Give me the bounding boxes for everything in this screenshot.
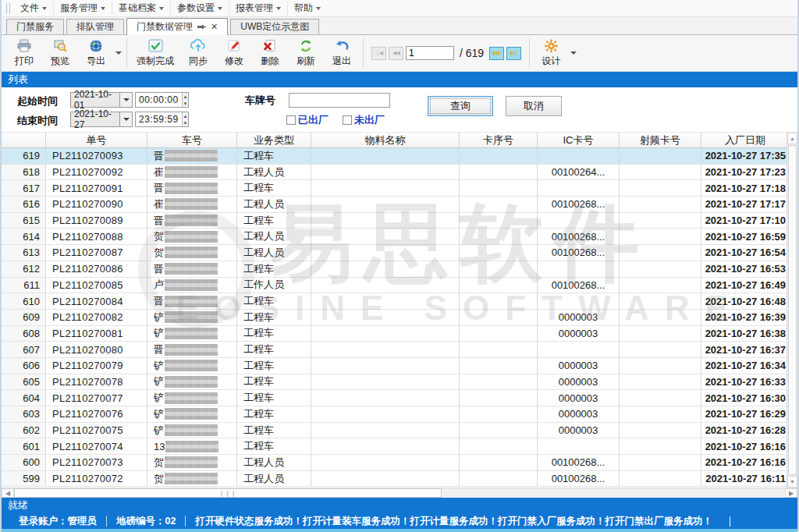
table-row[interactable]: 612 PL2110270086 晋 工程车 2021-10-27 16:53 bbox=[2, 261, 790, 278]
tab-uwb-location-map[interactable]: UWB定位示意图 bbox=[230, 19, 319, 34]
table-row[interactable]: 608 PL2110270081 铲 工程车 0000003 2021-10-2… bbox=[2, 326, 790, 342]
horizontal-scrollbar[interactable]: ◀ ❘❘❘ ▶ bbox=[2, 488, 797, 498]
redacted-plate-mosaic bbox=[165, 150, 218, 161]
col-header-entry-date[interactable]: 入厂日期 bbox=[701, 133, 790, 148]
col-header-ic-card[interactable]: IC卡号 bbox=[538, 133, 620, 148]
scroll-left-icon[interactable]: ◀ bbox=[2, 488, 14, 498]
row-number-cell: 602 bbox=[2, 423, 46, 439]
col-header-type[interactable]: 业务类型 bbox=[237, 133, 311, 148]
material-cell bbox=[311, 180, 460, 197]
col-header-card-serial[interactable]: 卡序号 bbox=[460, 133, 538, 148]
close-icon[interactable]: ✕ bbox=[211, 23, 218, 31]
export-dropdown[interactable] bbox=[114, 37, 123, 69]
spinner-arrows-icon[interactable]: ▲▼ bbox=[182, 112, 188, 126]
table-row[interactable]: 601 PL2110270074 13 工程车 2021-10-27 16:16 bbox=[2, 438, 790, 455]
vertical-scroll-thumb[interactable] bbox=[788, 145, 797, 475]
start-date-combo[interactable]: 2021-10-01 bbox=[70, 92, 133, 108]
menu-report-management[interactable]: 报表管理 bbox=[229, 2, 288, 16]
spinner-arrows-icon[interactable]: ▲▼ bbox=[182, 93, 188, 107]
col-header-plate[interactable]: 车号 bbox=[147, 133, 237, 148]
table-row[interactable]: 611 PL2110270085 卢 工作人员 00100268... 2021… bbox=[2, 278, 790, 294]
table-row[interactable]: 614 PL2110270088 贺 工程人员 00100268... 2021… bbox=[2, 229, 790, 245]
cancel-button[interactable]: 取消 bbox=[506, 96, 562, 116]
end-date-combo[interactable]: 2021-10-27 bbox=[70, 112, 133, 127]
table-row[interactable]: 604 PL2110270077 铲 工程车 0000003 2021-10-2… bbox=[2, 390, 790, 406]
last-record-button[interactable]: ▶❘ bbox=[506, 47, 521, 60]
refresh-button[interactable]: 刷新 bbox=[288, 37, 324, 69]
scroll-up-icon[interactable]: ▲ bbox=[787, 133, 797, 144]
prev-record-button[interactable]: ◀◀ bbox=[389, 47, 403, 60]
ic-card-cell: 00100264... bbox=[538, 165, 620, 181]
menu-parameter-settings[interactable]: 参数设置 bbox=[171, 2, 229, 16]
not-exited-checkbox[interactable]: 未出厂 bbox=[343, 113, 385, 127]
table-row[interactable]: 613 PL2110270087 贺 工程人员 00100268... 2021… bbox=[2, 245, 790, 261]
export-button[interactable]: 导出 bbox=[78, 37, 114, 69]
chevron-down-icon[interactable] bbox=[119, 93, 132, 107]
exit-button[interactable]: 退出 bbox=[324, 37, 360, 69]
table-row[interactable]: 607 PL2110270080 晋 工程车 2021-10-27 16:37 bbox=[2, 342, 790, 358]
chevron-down-icon[interactable] bbox=[119, 112, 132, 126]
card-serial-cell bbox=[460, 390, 538, 406]
col-header-order[interactable]: 单号 bbox=[46, 133, 147, 148]
material-cell bbox=[311, 471, 460, 488]
toolbar-separator bbox=[363, 38, 364, 68]
start-time-spinner[interactable]: 00:00:00 ▲▼ bbox=[135, 92, 189, 108]
scroll-down-icon[interactable]: ▼ bbox=[787, 476, 797, 488]
material-cell bbox=[311, 374, 460, 391]
table-row[interactable]: 615 PL2110270089 晋 工程车 2021-10-27 17:10 bbox=[2, 213, 790, 229]
force-complete-button[interactable]: 强制完成 bbox=[130, 37, 180, 69]
design-button[interactable]: 设计 bbox=[533, 37, 569, 69]
plate-number-input[interactable] bbox=[289, 93, 390, 108]
table-row[interactable]: 602 PL2110270075 铲 工程车 0000003 2021-10-2… bbox=[2, 423, 790, 439]
table-row[interactable]: 609 PL2110270082 铲 工程车 0000003 2021-10-2… bbox=[2, 310, 790, 326]
preview-button[interactable]: 预览 bbox=[42, 37, 78, 69]
modify-button[interactable]: 修改 bbox=[216, 37, 252, 69]
table-row[interactable]: 599 PL2110270072 贺 工程人员 00100268... 2021… bbox=[2, 471, 790, 488]
next-record-button[interactable]: ▶▶ bbox=[489, 47, 504, 60]
end-time-spinner[interactable]: 23:59:59 ▲▼ bbox=[135, 112, 189, 127]
entry-date-cell: 2021-10-27 16:29 bbox=[701, 406, 790, 423]
checkbox-icon[interactable] bbox=[286, 115, 296, 125]
sync-button[interactable]: 同步 bbox=[180, 37, 216, 69]
print-button[interactable]: 打印 bbox=[6, 37, 42, 69]
table-row[interactable]: 603 PL2110270076 铲 工程车 0000003 2021-10-2… bbox=[2, 406, 790, 423]
col-header-material[interactable]: 物料名称 bbox=[311, 133, 460, 148]
tab-queue-management[interactable]: 排队管理 bbox=[66, 19, 124, 34]
table-row[interactable]: 600 PL2110270073 贺 工程人员 00100268... 2021… bbox=[2, 455, 790, 471]
scroll-right-icon[interactable]: ▶ bbox=[785, 488, 797, 498]
pin-icon[interactable] bbox=[197, 23, 206, 31]
exited-checkbox[interactable]: 已出厂 bbox=[286, 113, 328, 127]
tab-gate-service[interactable]: 门禁服务 bbox=[6, 19, 64, 34]
design-dropdown[interactable] bbox=[569, 37, 578, 69]
checkbox-icon[interactable] bbox=[343, 115, 352, 125]
table-row[interactable]: 617 PL2110270091 晋 工程车 2021-10-27 17:18 bbox=[2, 180, 790, 197]
cloud-sync-icon bbox=[190, 38, 207, 53]
query-button[interactable]: 查询 bbox=[428, 96, 493, 116]
table-row[interactable]: 619 PL2110270093 晋 工程车 2021-10-27 17:35 bbox=[2, 148, 790, 165]
menu-service-management[interactable]: 服务管理 bbox=[54, 2, 112, 16]
rf-card-cell bbox=[620, 455, 701, 471]
table-row[interactable]: 610 PL2110270084 晋 工程车 2021-10-27 16:48 bbox=[2, 293, 790, 310]
table-row[interactable]: 618 PL2110270092 崔 工程人员 00100264... 2021… bbox=[2, 165, 790, 181]
row-number-cell: 618 bbox=[2, 165, 46, 181]
menu-basic-archives[interactable]: 基础档案 bbox=[112, 2, 171, 16]
order-cell: PL2110270074 bbox=[46, 438, 147, 455]
ic-card-cell bbox=[538, 438, 620, 455]
delete-button[interactable]: 删除 bbox=[252, 37, 288, 69]
order-cell: PL2110270077 bbox=[46, 390, 147, 406]
horizontal-scroll-thumb[interactable]: ❘❘❘ bbox=[14, 488, 442, 498]
table-row[interactable]: 605 PL2110270078 铲 工程车 0000003 2021-10-2… bbox=[2, 374, 790, 391]
type-cell: 工程人员 bbox=[237, 471, 311, 488]
menu-file[interactable]: 文件 bbox=[14, 2, 54, 16]
record-number-input[interactable] bbox=[406, 46, 454, 60]
menu-help[interactable]: 帮助 bbox=[288, 2, 327, 16]
scroll-track[interactable] bbox=[442, 488, 785, 498]
table-row[interactable]: 606 PL2110270079 铲 工程车 0000003 2021-10-2… bbox=[2, 358, 790, 374]
table-row[interactable]: 616 PL2110270090 崔 工程人员 00100268... 2021… bbox=[2, 197, 790, 213]
tab-gate-data-management[interactable]: 门禁数据管理 ✕ bbox=[126, 18, 228, 35]
vertical-scrollbar[interactable]: ▲ ▼ bbox=[787, 133, 797, 488]
rf-card-cell bbox=[620, 310, 701, 326]
col-header-rf-card[interactable]: 射频卡号 bbox=[620, 133, 701, 148]
first-record-button[interactable]: ❘◀ bbox=[371, 47, 386, 60]
card-serial-cell bbox=[460, 278, 538, 294]
